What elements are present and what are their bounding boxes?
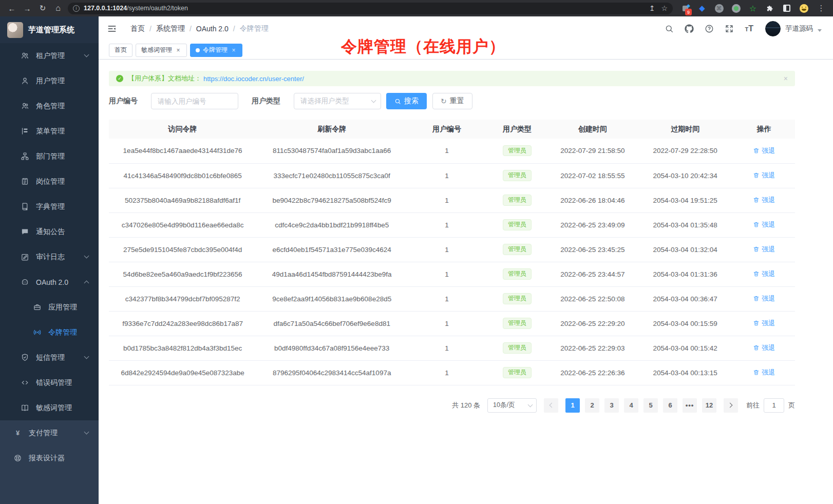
sidebar-item[interactable]: 通知公告 [0, 219, 99, 244]
collapse-sidebar-icon[interactable] [107, 24, 117, 34]
force-logout-button[interactable]: 强退 [753, 196, 775, 205]
force-logout-button[interactable]: 强退 [753, 294, 775, 303]
sidebar-item[interactable]: 字典管理 [0, 194, 99, 219]
page-button[interactable]: ••• [683, 398, 697, 413]
sidebar-item[interactable]: 应用管理 [0, 295, 99, 320]
sidebar-item[interactable]: 支付管理 [0, 420, 99, 445]
sidebar-item[interactable]: 错误码管理 [0, 370, 99, 395]
page-button[interactable]: 5 [643, 398, 658, 413]
home-icon[interactable] [51, 2, 65, 15]
page-button[interactable]: 6 [663, 398, 677, 413]
extension-tabs-icon[interactable]: 9 [679, 2, 691, 14]
column-header: 访问令牌 [109, 120, 256, 139]
sidebar-item-label: 敏感词管理 [36, 403, 72, 413]
site-info-icon[interactable] [73, 5, 80, 12]
next-page-button[interactable] [724, 398, 738, 413]
sidebar-item[interactable]: 角色管理 [0, 93, 99, 119]
sidebar-item[interactable]: 短信管理 [0, 345, 99, 370]
cell-refresh-token: 333ecfc71e02480cb11055c875c3ca0f [256, 163, 407, 188]
table-row: c347026e805e4d99b0d116eae66eda8c cdfc4ce… [109, 212, 795, 237]
breadcrumb-link[interactable]: 系统管理 [156, 24, 185, 33]
font-size-icon[interactable]: TT [745, 24, 753, 33]
force-logout-button[interactable]: 强退 [753, 319, 775, 328]
user-type-select[interactable]: 请选择用户类型 [294, 93, 381, 109]
force-logout-button[interactable]: 强退 [753, 368, 775, 377]
fullscreen-icon[interactable] [725, 24, 734, 33]
force-logout-button[interactable]: 强退 [753, 220, 775, 229]
page-button[interactable]: 4 [624, 398, 638, 413]
breadcrumb-link[interactable]: OAuth 2.0 [196, 25, 229, 33]
profile-avatar-icon[interactable] [798, 2, 810, 14]
extension-record-icon[interactable] [730, 2, 742, 14]
sidebar-item[interactable]: 租户管理 [0, 43, 99, 68]
extension-star-icon[interactable] [747, 2, 759, 14]
page-tab[interactable]: 敏感词管理 [136, 44, 187, 57]
bookmark-star-icon[interactable] [661, 4, 668, 13]
sidebar-item[interactable]: 令牌管理 [0, 320, 99, 345]
search-icon[interactable] [665, 24, 674, 33]
page-tab[interactable]: 首页 [109, 44, 132, 57]
extensions-puzzle-icon[interactable] [764, 2, 776, 14]
page-button[interactable]: 1 [565, 398, 580, 413]
user-menu[interactable]: 芋道源码 [765, 21, 822, 36]
user-type-tag: 管理员 [503, 342, 532, 353]
user-id-input[interactable] [151, 93, 238, 109]
cell-user-type: 管理员 [486, 163, 548, 188]
page-tab[interactable]: 令牌管理 [190, 44, 242, 57]
chevron-icon [84, 52, 89, 57]
reload-icon[interactable] [36, 2, 49, 15]
sidebar-item[interactable]: 报表设计器 [0, 445, 99, 471]
cell-actions: 强退 [733, 311, 795, 336]
sidebar-item-icon [13, 454, 22, 462]
logo-avatar [7, 22, 23, 38]
sidebar-item-label: 支付管理 [29, 429, 58, 438]
github-icon[interactable] [685, 24, 694, 33]
page-button[interactable]: 12 [702, 398, 716, 413]
prev-page-button[interactable] [544, 398, 558, 413]
chevron-icon [84, 430, 89, 435]
page-button[interactable]: 3 [604, 398, 619, 413]
breadcrumb: / 首页 / 系统管理 / OAuth 2.0 [130, 24, 269, 33]
side-panel-icon[interactable] [781, 2, 793, 14]
sidebar-item[interactable]: 岗位管理 [0, 169, 99, 194]
close-icon[interactable] [231, 47, 237, 53]
cell-refresh-token: 49d1aa46d1454fbd87591444423be9fa [256, 262, 407, 286]
help-icon[interactable] [705, 24, 714, 33]
browser-menu-icon[interactable] [815, 2, 828, 15]
breadcrumb-link[interactable]: 首页 [130, 24, 145, 33]
address-bar[interactable]: 127.0.0.1:1024/system/oauth2/token [68, 3, 673, 14]
sidebar-item[interactable]: 菜单管理 [0, 119, 99, 144]
sidebar-item-label: 岗位管理 [36, 177, 65, 186]
user-type-label: 用户类型 [252, 96, 280, 106]
page-size-select[interactable]: 10条/页 [487, 398, 537, 413]
sidebar-item[interactable]: 部门管理 [0, 144, 99, 169]
search-button[interactable]: 搜索 [386, 93, 427, 109]
url-text: 127.0.0.1:1024/system/oauth2/token [84, 5, 188, 12]
cell-user-id: 1 [407, 212, 486, 237]
force-logout-button[interactable]: 强退 [753, 343, 775, 353]
goto-page-input[interactable] [764, 398, 784, 413]
cell-actions: 强退 [733, 163, 795, 188]
extension-command-icon[interactable] [713, 2, 725, 14]
force-logout-button[interactable]: 强退 [753, 171, 775, 180]
doc-link[interactable]: https://doc.iocoder.cn/user-center/ [203, 75, 304, 83]
extension-gem-icon[interactable] [696, 2, 708, 14]
sidebar-item[interactable]: 用户管理 [0, 68, 99, 93]
force-logout-button[interactable]: 强退 [753, 245, 775, 254]
breadcrumb-link[interactable]: 令牌管理 [240, 24, 269, 33]
sidebar-item-label: 用户管理 [36, 76, 65, 86]
share-icon[interactable] [649, 4, 655, 13]
reset-button[interactable]: 重置 [432, 93, 472, 109]
column-header: 创建时间 [548, 120, 637, 139]
cell-refresh-token: e6cfd40eb1f54571a31e775e039c4624 [256, 237, 407, 262]
force-logout-button[interactable]: 强退 [753, 269, 775, 279]
sidebar-item[interactable]: OAuth 2.0 [0, 269, 99, 295]
sidebar-item[interactable]: 审计日志 [0, 244, 99, 269]
sidebar-item[interactable]: 敏感词管理 [0, 395, 99, 420]
back-icon[interactable] [5, 2, 18, 15]
force-logout-button[interactable]: 强退 [753, 146, 775, 156]
close-icon[interactable] [175, 47, 181, 53]
page-button[interactable]: 2 [585, 398, 599, 413]
forward-icon[interactable] [21, 2, 34, 15]
alert-close-icon[interactable] [784, 74, 788, 83]
